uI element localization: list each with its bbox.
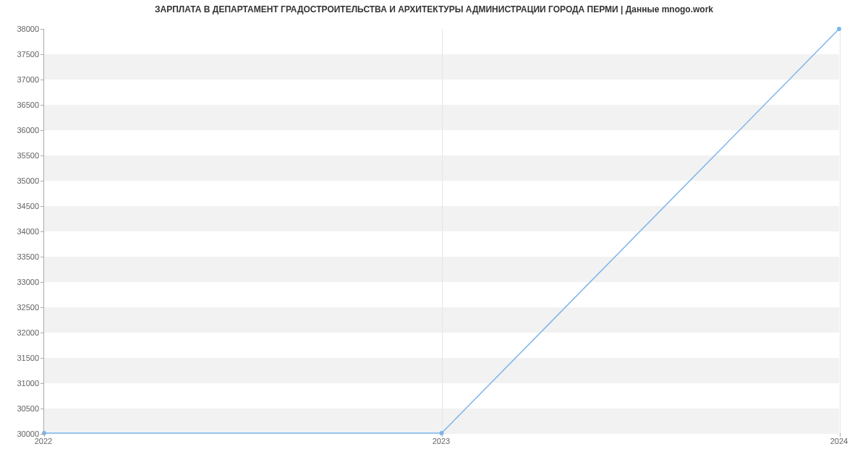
y-tick-mark bbox=[41, 206, 44, 207]
data-point bbox=[837, 27, 841, 31]
chart-container: ЗАРПЛАТА В ДЕПАРТАМЕНТ ГРАДОСТРОИТЕЛЬСТВ… bbox=[0, 0, 868, 470]
y-tick-label: 32000 bbox=[3, 328, 39, 337]
y-tick-label: 36500 bbox=[3, 101, 39, 109]
x-tick-label: 2024 bbox=[810, 437, 868, 445]
y-tick-label: 36000 bbox=[3, 126, 39, 134]
y-tick-mark bbox=[41, 155, 44, 156]
y-tick-mark bbox=[41, 54, 44, 55]
y-tick-mark bbox=[41, 434, 44, 435]
y-tick-label: 30500 bbox=[3, 404, 39, 413]
line-layer bbox=[44, 29, 839, 433]
y-tick-label: 33500 bbox=[3, 252, 39, 261]
y-tick-mark bbox=[41, 333, 44, 333]
y-tick-mark bbox=[41, 130, 44, 131]
gridline-vertical bbox=[840, 29, 841, 433]
y-tick-mark bbox=[41, 181, 44, 181]
y-tick-label: 30000 bbox=[3, 430, 39, 438]
y-tick-mark bbox=[41, 358, 44, 359]
y-tick-label: 34000 bbox=[3, 227, 39, 236]
y-tick-mark bbox=[41, 409, 44, 409]
y-tick-label: 32500 bbox=[3, 303, 39, 312]
y-tick-label: 33000 bbox=[3, 278, 39, 286]
y-tick-mark bbox=[41, 80, 44, 80]
x-tick-label: 2023 bbox=[412, 437, 470, 445]
y-tick-mark bbox=[41, 383, 44, 384]
chart-title: ЗАРПЛАТА В ДЕПАРТАМЕНТ ГРАДОСТРОИТЕЛЬСТВ… bbox=[0, 4, 868, 14]
y-tick-mark bbox=[41, 105, 44, 106]
series-line bbox=[44, 29, 839, 433]
y-tick-label: 37000 bbox=[3, 75, 39, 84]
y-tick-mark bbox=[41, 307, 44, 308]
plot-area bbox=[43, 29, 839, 434]
y-tick-label: 37500 bbox=[3, 50, 39, 59]
y-tick-label: 34500 bbox=[3, 202, 39, 210]
y-tick-mark bbox=[41, 282, 44, 283]
y-tick-mark bbox=[41, 29, 44, 30]
y-tick-label: 31000 bbox=[3, 379, 39, 388]
y-tick-label: 31500 bbox=[3, 354, 39, 362]
y-tick-mark bbox=[41, 231, 44, 232]
y-tick-label: 35000 bbox=[3, 176, 39, 185]
y-tick-label: 35500 bbox=[3, 151, 39, 160]
y-tick-label: 38000 bbox=[3, 25, 39, 33]
y-tick-mark bbox=[41, 257, 44, 257]
